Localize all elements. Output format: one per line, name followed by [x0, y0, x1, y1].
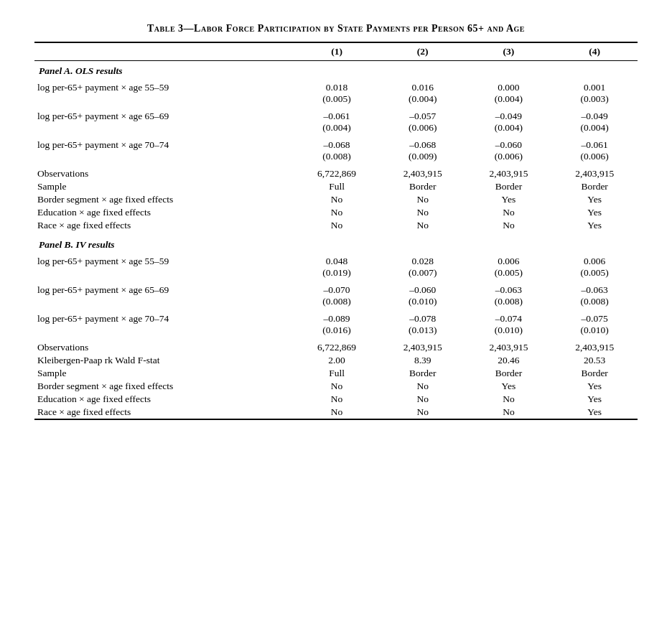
panel-b-stat-4: Education × age fixed effects No No No Y…: [34, 393, 638, 406]
panel-a-row-1-se-2: (0.004): [380, 93, 466, 107]
panel-b-stat-2: Sample Full Border Border Border: [34, 367, 638, 380]
col-header-4: (4): [551, 42, 638, 61]
panel-a-row-2-val-3: –0.049: [466, 107, 552, 122]
panel-b-stat-5-label: Race × age fixed effects: [34, 406, 294, 419]
panel-a-row-1-val-3: 0.000: [466, 78, 552, 93]
panel-b-row-3-se: (0.016) (0.013) (0.010) (0.010): [34, 325, 638, 338]
panel-a-row-2-se-3: (0.004): [466, 122, 552, 136]
panel-a-row-2-se: (0.004) (0.006) (0.004) (0.004): [34, 122, 638, 136]
panel-a-stat-0-label: Observations: [34, 164, 294, 180]
bottom-border-row: [34, 419, 638, 422]
panel-a-stat-1-label: Sample: [34, 180, 294, 193]
panel-b-row-1-label: log per-65+ payment × age 55–59: [34, 252, 294, 267]
panel-a-row-2-se-2: (0.006): [380, 122, 466, 136]
panel-a-row-2-main: log per-65+ payment × age 65–69 –0.061 –…: [34, 107, 638, 122]
panel-a-row-1-se-3: (0.004): [466, 93, 552, 107]
panel-b-label: Panel B. IV results: [34, 232, 638, 252]
panel-a-label: Panel A. OLS results: [34, 60, 638, 78]
panel-a-stat-0: Observations 6,722,869 2,403,915 2,403,9…: [34, 164, 638, 180]
panel-a-row-1-label: log per-65+ payment × age 55–59: [34, 78, 294, 93]
panel-a-row-1-se: (0.005) (0.004) (0.004) (0.003): [34, 93, 638, 107]
panel-a-row-2-val-1: –0.061: [294, 107, 380, 122]
panel-b-stat-3-label: Border segment × age fixed effects: [34, 380, 294, 393]
panel-a-stat-4: Race × age fixed effects No No No Yes: [34, 219, 638, 232]
panel-a-row-3-main: log per-65+ payment × age 70–74 –0.068 –…: [34, 136, 638, 151]
panel-b-stat-3: Border segment × age fixed effects No No…: [34, 380, 638, 393]
panel-a-label-row: Panel A. OLS results: [34, 60, 638, 78]
panel-a-row-3-se: (0.008) (0.009) (0.006) (0.006): [34, 151, 638, 164]
col-header-3: (3): [466, 42, 552, 61]
panel-a-row-2-se-1: (0.004): [294, 122, 380, 136]
main-table: (1) (2) (3) (4) Panel A. OLS results log…: [34, 42, 638, 422]
panel-a-stat-2: Border segment × age fixed effects No No…: [34, 193, 638, 206]
panel-b-row-1-se: (0.019) (0.007) (0.005) (0.005): [34, 267, 638, 281]
panel-b-stat-4-label: Education × age fixed effects: [34, 393, 294, 406]
panel-b-row-2-main: log per-65+ payment × age 65–69 –0.070 –…: [34, 281, 638, 296]
panel-b-stat-5: Race × age fixed effects No No No Yes: [34, 406, 638, 419]
panel-b-row-2-label: log per-65+ payment × age 65–69: [34, 281, 294, 296]
panel-a-row-3-se-2: (0.009): [380, 151, 466, 164]
panel-a-row-3-se-3: (0.006): [466, 151, 552, 164]
panel-a-row-3-label: log per-65+ payment × age 70–74: [34, 136, 294, 151]
panel-a-row-2-se-4: (0.004): [551, 122, 638, 136]
panel-a-row-3-se-1: (0.008): [294, 151, 380, 164]
panel-a-row-3-val-1: –0.068: [294, 136, 380, 151]
panel-b-stat-1: Kleibergen-Paap rk Wald F-stat 2.00 8.39…: [34, 354, 638, 367]
panel-a-stat-1: Sample Full Border Border Border: [34, 180, 638, 193]
panel-a-stat-3: Education × age fixed effects No No No Y…: [34, 206, 638, 219]
panel-a-row-1-val-1: 0.018: [294, 78, 380, 93]
panel-b-row-3-label: log per-65+ payment × age 70–74: [34, 309, 294, 325]
table-title: Table 3—Labor Force Participation by Sta…: [34, 22, 638, 36]
panel-b-row-3-main: log per-65+ payment × age 70–74 –0.089 –…: [34, 309, 638, 325]
panel-a-stat-4-label: Race × age fixed effects: [34, 219, 294, 232]
table-container: Table 3—Labor Force Participation by Sta…: [20, 14, 652, 429]
panel-b-stat-1-label: Kleibergen-Paap rk Wald F-stat: [34, 354, 294, 367]
panel-b-row-2-se: (0.008) (0.010) (0.008) (0.008): [34, 296, 638, 309]
panel-a-row-1-main: log per-65+ payment × age 55–59 0.018 0.…: [34, 78, 638, 93]
panel-a-row-3-val-2: –0.068: [380, 136, 466, 151]
panel-b-stat-2-label: Sample: [34, 367, 294, 380]
panel-a-row-3-se-4: (0.006): [551, 151, 638, 164]
panel-a-stat-3-label: Education × age fixed effects: [34, 206, 294, 219]
panel-a-row-2-val-4: –0.049: [551, 107, 638, 122]
panel-b-stat-0-label: Observations: [34, 338, 294, 354]
panel-a-row-2-val-2: –0.057: [380, 107, 466, 122]
panel-b-row-1-main: log per-65+ payment × age 55–59 0.048 0.…: [34, 252, 638, 267]
panel-a-row-1-se-4: (0.003): [551, 93, 638, 107]
panel-a-stat-2-label: Border segment × age fixed effects: [34, 193, 294, 206]
panel-b-label-row: Panel B. IV results: [34, 232, 638, 252]
col-header-1: (1): [294, 42, 380, 61]
panel-a-row-3-val-3: –0.060: [466, 136, 552, 151]
panel-a-row-3-val-4: –0.061: [551, 136, 638, 151]
panel-b-stat-0: Observations 6,722,869 2,403,915 2,403,9…: [34, 338, 638, 354]
panel-a-row-1-se-1: (0.005): [294, 93, 380, 107]
panel-a-row-2-label: log per-65+ payment × age 65–69: [34, 107, 294, 122]
panel-a-row-1-val-2: 0.016: [380, 78, 466, 93]
panel-a-row-1-val-4: 0.001: [551, 78, 638, 93]
col-header-2: (2): [380, 42, 466, 61]
